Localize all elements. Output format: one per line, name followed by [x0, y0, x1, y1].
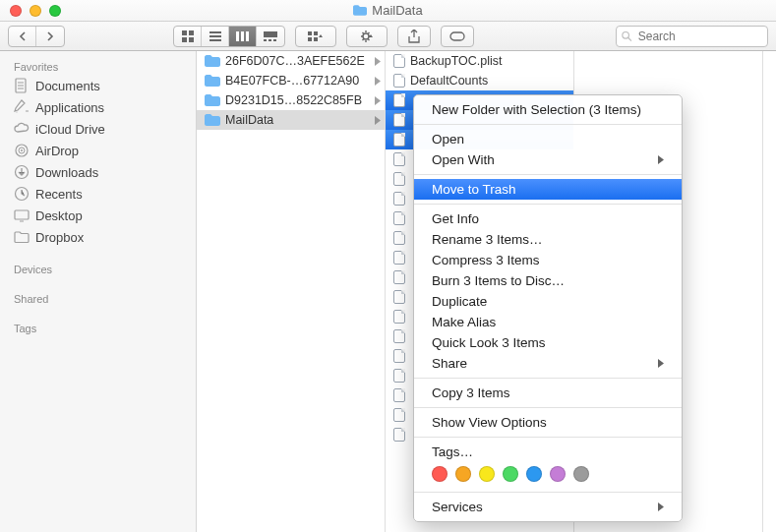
folder-row[interactable]: D9231D15…8522C85FB [197, 90, 385, 110]
tag-color-dot[interactable] [526, 466, 542, 482]
tag-color-dot[interactable] [479, 466, 495, 482]
svg-rect-12 [269, 39, 271, 41]
list-icon [209, 31, 221, 41]
search-field[interactable] [616, 26, 768, 47]
context-menu: New Folder with Selection (3 Items)OpenO… [413, 94, 683, 522]
file-icon [393, 428, 405, 442]
file-icon [393, 349, 405, 363]
file-icon [393, 113, 405, 127]
sidebar-item[interactable]: iCloud Drive [0, 118, 196, 140]
svg-rect-2 [182, 37, 187, 42]
menu-item-label: Move to Trash [432, 182, 516, 197]
menu-item[interactable]: Copy 3 Items [414, 383, 682, 403]
action-dropdown[interactable] [346, 26, 388, 47]
sidebar-item-label: Applications [35, 100, 104, 115]
view-icons-button[interactable] [174, 27, 202, 46]
sidebar-item[interactable]: Recents [0, 183, 196, 205]
sidebar-section-label: Shared [0, 289, 196, 307]
gear-icon [360, 30, 374, 43]
menu-item[interactable]: Move to Trash [414, 179, 682, 200]
arrange-dropdown[interactable] [295, 26, 336, 47]
nav-forward-button[interactable] [36, 27, 64, 46]
menu-item[interactable]: Rename 3 Items… [414, 229, 682, 250]
sidebar-item[interactable]: Applications [0, 96, 196, 118]
menu-separator [414, 204, 682, 205]
svg-rect-7 [236, 31, 239, 41]
menu-separator [414, 174, 682, 175]
svg-rect-19 [450, 32, 464, 40]
menu-item[interactable]: Services [414, 497, 682, 517]
search-input[interactable] [636, 29, 762, 44]
tag-color-dot[interactable] [573, 466, 589, 482]
menu-item-label: Get Info [432, 211, 479, 226]
folder-row[interactable]: B4E07FCB-…67712A90 [197, 71, 385, 90]
menu-item[interactable]: Open [414, 129, 682, 149]
chevron-right-icon [658, 155, 664, 164]
folder-icon [205, 94, 220, 106]
sidebar-item-label: AirDrop [35, 144, 79, 158]
file-icon [393, 172, 405, 186]
sidebar-item-label: Documents [35, 79, 100, 93]
view-columns-button[interactable] [229, 27, 257, 46]
file-icon [393, 54, 405, 68]
recents-icon [14, 186, 30, 202]
file-row[interactable]: DefaultCounts [386, 71, 573, 90]
svg-rect-15 [314, 31, 318, 35]
row-label: 26F6D07C…3AEFE562E [225, 54, 370, 68]
tag-color-dot[interactable] [432, 466, 448, 482]
chevron-left-icon [19, 31, 27, 41]
menu-item[interactable]: Burn 3 Items to Disc… [414, 270, 682, 291]
nav-back-button[interactable] [9, 27, 36, 46]
file-icon [393, 408, 405, 422]
sidebar-item[interactable]: Dropbox [0, 226, 196, 248]
menu-separator [414, 407, 682, 408]
folder-row[interactable]: MailData [197, 110, 385, 130]
menu-item-label: Show View Options [432, 415, 547, 430]
menu-separator [414, 124, 682, 125]
menu-item[interactable]: Show View Options [414, 412, 682, 433]
menu-separator [414, 378, 682, 379]
file-icon [393, 270, 405, 284]
menu-item[interactable]: Make Alias [414, 312, 682, 332]
menu-item[interactable]: Tags… [414, 442, 682, 462]
sidebar-item[interactable]: AirDrop [0, 140, 196, 161]
file-row[interactable]: BackupTOC.plist [386, 51, 573, 71]
toolbar [0, 22, 776, 51]
menu-item[interactable]: Compress 3 Items [414, 250, 682, 270]
tag-color-dot[interactable] [503, 466, 518, 482]
menu-item-label: New Folder with Selection (3 Items) [432, 102, 641, 117]
edit-tags-button[interactable] [441, 26, 474, 47]
nav-back-forward [8, 26, 65, 47]
chevron-right-icon [658, 359, 664, 368]
menu-item-label: Tags… [432, 444, 473, 459]
menu-item[interactable]: Get Info [414, 208, 682, 229]
sidebar-item[interactable]: Downloads [0, 161, 196, 183]
file-icon [393, 93, 405, 107]
share-button[interactable] [397, 26, 431, 47]
sidebar-item[interactable]: Documents [0, 75, 196, 96]
svg-rect-16 [308, 37, 312, 41]
chevron-right-icon [375, 116, 381, 125]
row-label: B4E07FCB-…67712A90 [225, 74, 370, 88]
svg-rect-17 [314, 37, 318, 41]
file-icon [393, 133, 405, 147]
view-mode-segment [173, 26, 285, 47]
menu-item[interactable]: Quick Look 3 Items [414, 332, 682, 353]
folder-row[interactable]: 26F6D07C…3AEFE562E [197, 51, 385, 71]
menu-item-label: Make Alias [432, 315, 496, 329]
search-icon [622, 30, 632, 42]
view-list-button[interactable] [202, 27, 229, 46]
sidebar-item[interactable]: Desktop [0, 205, 196, 226]
tag-color-dot[interactable] [455, 466, 471, 482]
svg-point-18 [363, 33, 369, 39]
menu-item[interactable]: New Folder with Selection (3 Items) [414, 99, 682, 120]
menu-item[interactable]: Duplicate [414, 291, 682, 312]
svg-rect-5 [209, 35, 221, 37]
column: 26F6D07C…3AEFE562EB4E07FCB-…67712A90D923… [197, 51, 386, 532]
menu-item[interactable]: Open With [414, 149, 682, 170]
tag-color-dot[interactable] [550, 466, 566, 482]
airdrop-icon [14, 143, 30, 158]
sidebar-item-label: iCloud Drive [35, 122, 105, 137]
view-gallery-button[interactable] [257, 27, 284, 46]
menu-item[interactable]: Share [414, 353, 682, 374]
